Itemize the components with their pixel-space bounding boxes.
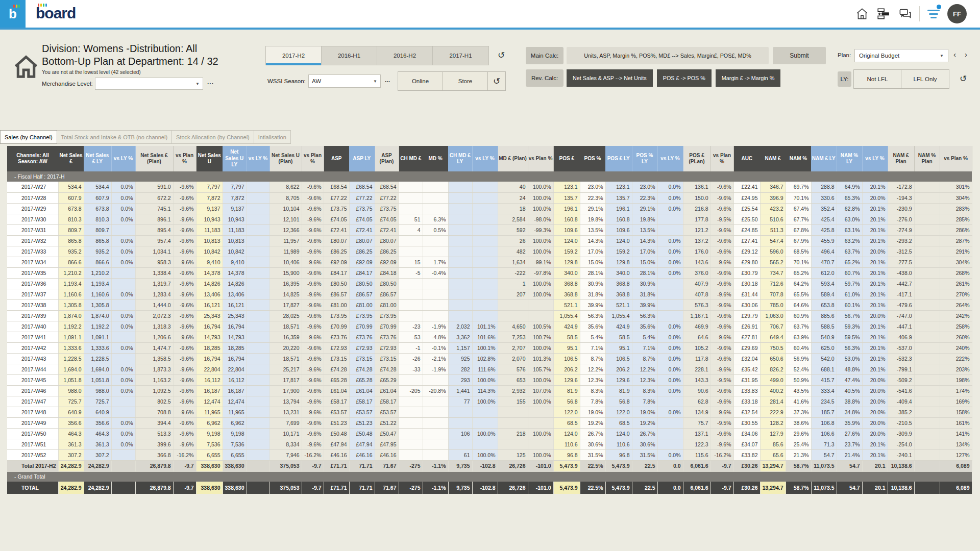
- cell[interactable]: [247, 321, 270, 332]
- cell[interactable]: -9.7: [302, 482, 324, 494]
- cell[interactable]: 1,055.4: [605, 310, 632, 321]
- cell[interactable]: 16,395: [270, 278, 302, 289]
- cell[interactable]: 745.1: [135, 203, 173, 214]
- cell[interactable]: 106: [448, 428, 472, 439]
- cell[interactable]: 285%: [940, 214, 972, 224]
- cell[interactable]: 1,192.2: [58, 321, 84, 332]
- cell[interactable]: £86.57: [349, 289, 375, 299]
- cell[interactable]: 423.2: [760, 203, 786, 214]
- cell[interactable]: £73.15: [324, 353, 349, 364]
- cell[interactable]: -9.6%: [173, 310, 196, 321]
- cell[interactable]: 67.8%: [786, 224, 811, 235]
- grand-total-band-label[interactable]: - Grand Total: [7, 471, 972, 482]
- cell[interactable]: £86.25: [375, 246, 399, 257]
- cell[interactable]: £51.23: [324, 417, 349, 428]
- cell[interactable]: 281.4: [760, 396, 786, 407]
- cell[interactable]: -9.6%: [710, 439, 733, 449]
- cell[interactable]: -194.3: [888, 192, 914, 203]
- cell[interactable]: 106.8: [811, 417, 837, 428]
- cell[interactable]: £70.99: [375, 321, 399, 332]
- cell[interactable]: -9.6%: [173, 257, 196, 267]
- cell[interactable]: 2,070: [498, 353, 528, 364]
- cell[interactable]: £46.16: [324, 449, 349, 460]
- chat-icon[interactable]: [898, 7, 912, 21]
- cell[interactable]: [472, 278, 498, 289]
- cell[interactable]: £25.54: [733, 203, 760, 214]
- cell[interactable]: 65.2%: [786, 267, 811, 278]
- cell[interactable]: [914, 299, 940, 310]
- cell[interactable]: 37.3%: [786, 407, 811, 417]
- cell[interactable]: 304%: [940, 192, 972, 203]
- cell[interactable]: 100.0%: [472, 428, 498, 439]
- cell[interactable]: 117.8: [683, 353, 710, 364]
- cell[interactable]: -9.6%: [302, 417, 324, 428]
- cell[interactable]: -222: [498, 267, 528, 278]
- cell[interactable]: £72.93: [349, 342, 375, 353]
- cell[interactable]: 53.0%: [837, 353, 862, 364]
- cell[interactable]: 547.4: [760, 235, 786, 246]
- cell[interactable]: [914, 321, 940, 332]
- cell[interactable]: -9.6%: [710, 267, 733, 278]
- cell[interactable]: -409.4: [888, 396, 914, 407]
- cell[interactable]: 26,726: [498, 460, 528, 471]
- cell[interactable]: £72.93: [375, 342, 399, 353]
- cell[interactable]: 5,473.9: [553, 460, 580, 471]
- cell[interactable]: -9.6%: [173, 214, 196, 224]
- cell[interactable]: £24.85: [733, 224, 760, 235]
- cell[interactable]: -312.5: [888, 246, 914, 257]
- cell[interactable]: £84.17: [324, 267, 349, 278]
- cell[interactable]: £73.76: [324, 332, 349, 342]
- cell[interactable]: -9.6%: [173, 332, 196, 342]
- cell[interactable]: 64.2%: [786, 278, 811, 289]
- cell[interactable]: 123.1: [553, 182, 580, 192]
- cell[interactable]: 725.7: [58, 396, 84, 407]
- cell[interactable]: -33: [399, 364, 423, 374]
- cell[interactable]: 8,334: [270, 439, 302, 449]
- cell[interactable]: 20.1%: [862, 449, 888, 460]
- cell[interactable]: 60.1%: [837, 299, 862, 310]
- cell[interactable]: 496.4: [811, 246, 837, 257]
- cell[interactable]: 283%: [940, 203, 972, 214]
- cell[interactable]: 20.1%: [862, 235, 888, 246]
- submit-button[interactable]: Submit: [773, 47, 826, 64]
- cell[interactable]: 122.0: [605, 407, 632, 417]
- cell[interactable]: -9.6%: [302, 353, 324, 364]
- cell[interactable]: 1,055.4: [553, 310, 580, 321]
- cell[interactable]: [111, 332, 135, 342]
- cell[interactable]: 106.5: [553, 353, 580, 364]
- cell[interactable]: -9.6%: [173, 235, 196, 246]
- cell[interactable]: £51.23: [349, 417, 375, 428]
- cell[interactable]: 63.0%: [837, 214, 862, 224]
- cell[interactable]: 95.1: [553, 342, 580, 353]
- cell[interactable]: 356.6: [58, 417, 84, 428]
- cell[interactable]: 866.6: [84, 257, 111, 267]
- cell[interactable]: [914, 385, 940, 396]
- cell[interactable]: 242%: [940, 310, 972, 321]
- cell[interactable]: £80.50: [324, 278, 349, 289]
- cell[interactable]: 1,305.8: [84, 299, 111, 310]
- cell[interactable]: £61.04: [324, 385, 349, 396]
- margin-to-margin-button[interactable]: Margin £ -> Margin %: [716, 69, 781, 87]
- cell[interactable]: 19.2%: [632, 417, 657, 428]
- cell[interactable]: 20.0%: [862, 407, 888, 417]
- cell[interactable]: [448, 203, 472, 214]
- tabs-refresh-icon[interactable]: ↺: [498, 51, 505, 60]
- cell[interactable]: 1,192.2: [84, 321, 111, 332]
- cell[interactable]: 17.0%: [632, 246, 657, 257]
- cell[interactable]: 7,946: [270, 449, 302, 460]
- cell[interactable]: 59.7%: [837, 278, 862, 289]
- cell[interactable]: £50.48: [324, 428, 349, 439]
- cell[interactable]: 510.6: [760, 214, 786, 224]
- cell[interactable]: 58.7%: [786, 460, 811, 471]
- cell[interactable]: 29.1%: [580, 203, 605, 214]
- cell[interactable]: -9.6%: [302, 257, 324, 267]
- cell[interactable]: 106.6: [811, 428, 837, 439]
- cell[interactable]: 0.0%: [657, 235, 683, 246]
- cell[interactable]: £68.54: [349, 182, 375, 192]
- cell[interactable]: 499.0: [760, 374, 786, 385]
- cell[interactable]: 22.5%: [580, 482, 605, 494]
- cell[interactable]: 0.0%: [111, 342, 135, 353]
- cell[interactable]: [528, 407, 553, 417]
- cell[interactable]: 27.6%: [837, 428, 862, 439]
- cell[interactable]: £86.25: [324, 246, 349, 257]
